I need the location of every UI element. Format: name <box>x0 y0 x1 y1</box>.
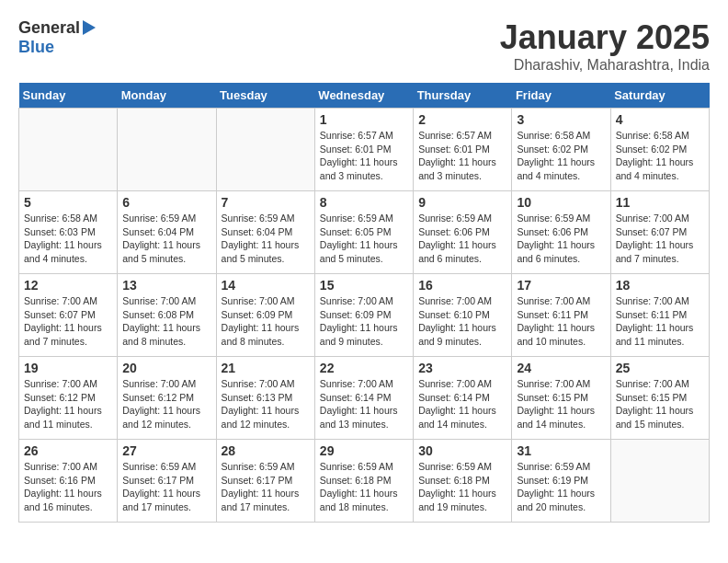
empty-cell <box>610 440 709 523</box>
day-number: 22 <box>320 361 408 375</box>
day-number: 14 <box>222 278 310 293</box>
day-number: 17 <box>517 278 605 293</box>
day-number: 16 <box>418 278 506 293</box>
day-info: Sunrise: 6:59 AM Sunset: 6:06 PM Dayligh… <box>418 212 506 266</box>
day-cell-30: 30Sunrise: 6:59 AM Sunset: 6:18 PM Dayli… <box>414 440 512 523</box>
day-info: Sunrise: 6:59 AM Sunset: 6:04 PM Dayligh… <box>222 212 310 266</box>
day-cell-22: 22Sunrise: 7:00 AM Sunset: 6:14 PM Dayli… <box>314 357 413 440</box>
day-info: Sunrise: 6:58 AM Sunset: 6:02 PM Dayligh… <box>616 129 704 183</box>
day-info: Sunrise: 7:00 AM Sunset: 6:12 PM Dayligh… <box>24 377 112 431</box>
day-info: Sunrise: 6:59 AM Sunset: 6:18 PM Dayligh… <box>320 460 408 514</box>
day-info: Sunrise: 7:00 AM Sunset: 6:16 PM Dayligh… <box>24 460 112 514</box>
day-header-friday: Friday <box>512 83 610 109</box>
day-header-sunday: Sunday <box>19 83 118 109</box>
day-cell-28: 28Sunrise: 6:59 AM Sunset: 6:17 PM Dayli… <box>216 440 314 523</box>
day-info: Sunrise: 6:59 AM Sunset: 6:17 PM Dayligh… <box>222 460 310 514</box>
day-info: Sunrise: 6:59 AM Sunset: 6:18 PM Dayligh… <box>418 460 506 514</box>
calendar-title: January 2025 <box>500 18 710 57</box>
day-info: Sunrise: 7:00 AM Sunset: 6:08 PM Dayligh… <box>122 294 210 349</box>
day-info: Sunrise: 6:58 AM Sunset: 6:02 PM Dayligh… <box>517 129 605 183</box>
day-number: 3 <box>517 112 605 127</box>
day-info: Sunrise: 6:59 AM Sunset: 6:19 PM Dayligh… <box>517 460 605 514</box>
day-number: 9 <box>418 195 506 210</box>
day-info: Sunrise: 7:00 AM Sunset: 6:09 PM Dayligh… <box>222 294 310 349</box>
logo-blue: Blue <box>18 38 54 57</box>
day-cell-24: 24Sunrise: 7:00 AM Sunset: 6:15 PM Dayli… <box>512 357 610 440</box>
day-header-wednesday: Wednesday <box>314 83 413 109</box>
day-number: 7 <box>222 195 310 210</box>
day-info: Sunrise: 7:00 AM Sunset: 6:11 PM Dayligh… <box>616 294 704 349</box>
day-number: 29 <box>320 443 408 458</box>
day-number: 15 <box>320 278 408 293</box>
day-header-thursday: Thursday <box>414 83 512 109</box>
day-cell-10: 10Sunrise: 6:59 AM Sunset: 6:06 PM Dayli… <box>512 191 610 274</box>
logo-triangle-icon <box>83 20 96 35</box>
day-cell-23: 23Sunrise: 7:00 AM Sunset: 6:14 PM Dayli… <box>414 357 512 440</box>
week-row-4: 19Sunrise: 7:00 AM Sunset: 6:12 PM Dayli… <box>19 357 710 440</box>
day-cell-27: 27Sunrise: 6:59 AM Sunset: 6:17 PM Dayli… <box>118 440 216 523</box>
days-header-row: SundayMondayTuesdayWednesdayThursdayFrid… <box>19 83 710 109</box>
day-info: Sunrise: 7:00 AM Sunset: 6:15 PM Dayligh… <box>616 377 704 431</box>
day-number: 5 <box>24 195 112 210</box>
empty-cell <box>216 109 314 191</box>
day-number: 6 <box>122 195 210 210</box>
day-cell-15: 15Sunrise: 7:00 AM Sunset: 6:09 PM Dayli… <box>314 274 413 357</box>
day-cell-21: 21Sunrise: 7:00 AM Sunset: 6:13 PM Dayli… <box>216 357 314 440</box>
day-number: 23 <box>418 361 506 375</box>
day-number: 19 <box>24 361 112 375</box>
calendar-subtitle: Dharashiv, Maharashtra, India <box>500 57 710 74</box>
logo-general: General <box>18 18 80 38</box>
day-info: Sunrise: 7:00 AM Sunset: 6:13 PM Dayligh… <box>222 377 310 431</box>
title-section: January 2025 Dharashiv, Maharashtra, Ind… <box>500 18 710 74</box>
day-number: 24 <box>517 361 605 375</box>
day-cell-14: 14Sunrise: 7:00 AM Sunset: 6:09 PM Dayli… <box>216 274 314 357</box>
day-number: 25 <box>616 361 704 375</box>
day-cell-31: 31Sunrise: 6:59 AM Sunset: 6:19 PM Dayli… <box>512 440 610 523</box>
empty-cell <box>118 109 216 191</box>
day-number: 8 <box>320 195 408 210</box>
day-info: Sunrise: 6:57 AM Sunset: 6:01 PM Dayligh… <box>418 129 506 183</box>
day-number: 13 <box>122 278 210 293</box>
day-cell-7: 7Sunrise: 6:59 AM Sunset: 6:04 PM Daylig… <box>216 191 314 274</box>
day-info: Sunrise: 7:00 AM Sunset: 6:09 PM Dayligh… <box>320 294 408 349</box>
day-cell-3: 3Sunrise: 6:58 AM Sunset: 6:02 PM Daylig… <box>512 109 610 191</box>
day-cell-26: 26Sunrise: 7:00 AM Sunset: 6:16 PM Dayli… <box>19 440 118 523</box>
day-number: 10 <box>517 195 605 210</box>
week-row-3: 12Sunrise: 7:00 AM Sunset: 6:07 PM Dayli… <box>19 274 710 357</box>
day-number: 31 <box>517 443 605 458</box>
day-info: Sunrise: 7:00 AM Sunset: 6:07 PM Dayligh… <box>24 294 112 349</box>
week-row-5: 26Sunrise: 7:00 AM Sunset: 6:16 PM Dayli… <box>19 440 710 523</box>
day-cell-19: 19Sunrise: 7:00 AM Sunset: 6:12 PM Dayli… <box>19 357 118 440</box>
week-row-2: 5Sunrise: 6:58 AM Sunset: 6:03 PM Daylig… <box>19 191 710 274</box>
day-info: Sunrise: 6:59 AM Sunset: 6:05 PM Dayligh… <box>320 212 408 266</box>
day-cell-13: 13Sunrise: 7:00 AM Sunset: 6:08 PM Dayli… <box>118 274 216 357</box>
day-header-tuesday: Tuesday <box>216 83 314 109</box>
day-number: 27 <box>122 443 210 458</box>
day-cell-18: 18Sunrise: 7:00 AM Sunset: 6:11 PM Dayli… <box>610 274 709 357</box>
day-number: 12 <box>24 278 112 293</box>
day-info: Sunrise: 7:00 AM Sunset: 6:07 PM Dayligh… <box>616 212 704 266</box>
day-info: Sunrise: 7:00 AM Sunset: 6:10 PM Dayligh… <box>418 294 506 349</box>
day-cell-25: 25Sunrise: 7:00 AM Sunset: 6:15 PM Dayli… <box>610 357 709 440</box>
day-info: Sunrise: 7:00 AM Sunset: 6:14 PM Dayligh… <box>320 377 408 431</box>
day-number: 11 <box>616 195 704 210</box>
day-header-saturday: Saturday <box>610 83 709 109</box>
day-number: 26 <box>24 443 112 458</box>
day-cell-29: 29Sunrise: 6:59 AM Sunset: 6:18 PM Dayli… <box>314 440 413 523</box>
day-cell-20: 20Sunrise: 7:00 AM Sunset: 6:12 PM Dayli… <box>118 357 216 440</box>
day-number: 18 <box>616 278 704 293</box>
day-cell-12: 12Sunrise: 7:00 AM Sunset: 6:07 PM Dayli… <box>19 274 118 357</box>
day-cell-1: 1Sunrise: 6:57 AM Sunset: 6:01 PM Daylig… <box>314 109 413 191</box>
day-number: 20 <box>122 361 210 375</box>
week-row-1: 1Sunrise: 6:57 AM Sunset: 6:01 PM Daylig… <box>19 109 710 191</box>
day-cell-11: 11Sunrise: 7:00 AM Sunset: 6:07 PM Dayli… <box>610 191 709 274</box>
day-info: Sunrise: 7:00 AM Sunset: 6:15 PM Dayligh… <box>517 377 605 431</box>
day-info: Sunrise: 6:59 AM Sunset: 6:06 PM Dayligh… <box>517 212 605 266</box>
header: General Blue January 2025 Dharashiv, Mah… <box>18 18 710 74</box>
svg-marker-0 <box>83 20 96 35</box>
day-number: 1 <box>320 112 408 127</box>
day-cell-2: 2Sunrise: 6:57 AM Sunset: 6:01 PM Daylig… <box>414 109 512 191</box>
day-info: Sunrise: 6:59 AM Sunset: 6:04 PM Dayligh… <box>122 212 210 266</box>
day-info: Sunrise: 6:57 AM Sunset: 6:01 PM Dayligh… <box>320 129 408 183</box>
calendar-table: SundayMondayTuesdayWednesdayThursdayFrid… <box>18 83 710 523</box>
